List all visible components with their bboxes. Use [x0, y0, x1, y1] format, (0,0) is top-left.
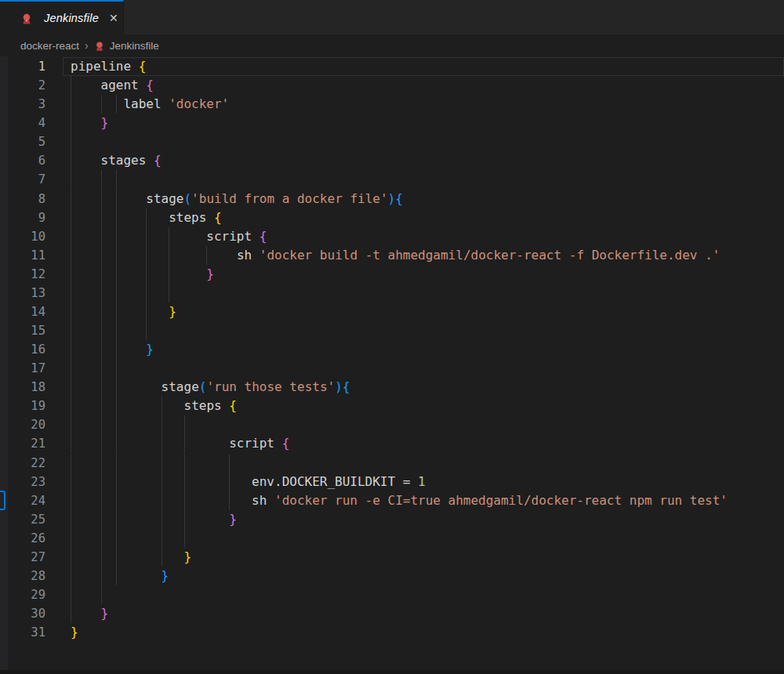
indent-guide: [71, 227, 71, 246]
line-number[interactable]: 8: [0, 190, 45, 208]
line-number[interactable]: 19: [0, 397, 45, 415]
token-b1: }: [184, 549, 192, 564]
code-line[interactable]: 2agent {: [0, 76, 784, 95]
indent-guide: [71, 585, 71, 604]
indent-guide: [71, 434, 71, 453]
line-number[interactable]: 23: [0, 473, 45, 491]
code-line[interactable]: 18stage('run those tests'){: [0, 378, 784, 397]
code-text: pipeline {: [71, 57, 146, 76]
code-line[interactable]: 17: [0, 359, 784, 378]
code-line[interactable]: 14}: [0, 303, 784, 321]
code-line[interactable]: 10script {: [0, 227, 784, 246]
line-number[interactable]: 18: [0, 378, 45, 397]
line-number[interactable]: 14: [0, 303, 45, 321]
indent-guide: [71, 114, 71, 132]
line-number[interactable]: 27: [0, 548, 45, 567]
indent-guide: [71, 303, 71, 321]
code-line[interactable]: 20: [0, 415, 784, 434]
code-line[interactable]: 29: [0, 585, 784, 604]
line-number[interactable]: 12: [0, 265, 45, 284]
code-line[interactable]: 3label 'docker': [0, 95, 784, 114]
code-line[interactable]: 8stage('build from a docker file'){: [0, 190, 784, 208]
code-line[interactable]: 19steps {: [0, 397, 784, 415]
token-b1: {: [214, 210, 222, 225]
line-number[interactable]: 1: [0, 57, 45, 76]
line-number[interactable]: 6: [0, 151, 45, 170]
close-icon[interactable]: ✕: [107, 11, 121, 25]
code-line[interactable]: 21script {: [0, 434, 784, 453]
line-number[interactable]: 13: [0, 284, 45, 303]
line-number[interactable]: 4: [0, 114, 45, 132]
code-line[interactable]: 30}: [0, 604, 784, 623]
indent-guide: [71, 151, 71, 170]
line-number[interactable]: 11: [0, 246, 45, 265]
tab-jenkinsfile[interactable]: Jenkinsfile ✕: [0, 0, 124, 34]
indent-guide: [146, 321, 147, 340]
indent-guide: [162, 548, 162, 567]
code-text: }: [101, 604, 109, 623]
indent-guide: [162, 473, 162, 491]
line-number[interactable]: 28: [0, 567, 45, 585]
indent-guide: [184, 434, 185, 453]
code-line[interactable]: 1pipeline {: [0, 57, 784, 76]
line-number[interactable]: 9: [0, 208, 45, 227]
indent-guide: [116, 378, 117, 397]
line-number[interactable]: 17: [0, 359, 45, 378]
code-line[interactable]: 6stages {: [0, 151, 784, 170]
indent-guide: [116, 170, 117, 189]
code-line[interactable]: 22: [0, 454, 784, 473]
indent-guide: [184, 529, 185, 548]
breadcrumb-item-file[interactable]: Jenkinsfile: [110, 40, 159, 52]
token-fg: steps: [169, 210, 214, 225]
code-line[interactable]: 5: [0, 132, 784, 151]
line-number[interactable]: 31: [0, 623, 45, 642]
line-number[interactable]: 22: [0, 454, 45, 473]
line-number[interactable]: 24: [0, 491, 45, 510]
token-fg: steps: [184, 398, 230, 413]
code-line[interactable]: 9steps {: [0, 208, 784, 227]
indent-guide: [71, 95, 71, 114]
code-line[interactable]: 7: [0, 170, 784, 189]
code-line[interactable]: 28}: [0, 567, 784, 585]
token-b2: {: [154, 153, 162, 168]
indent-guide: [169, 246, 169, 265]
indent-guide: [71, 132, 71, 151]
code-line[interactable]: 23env.DOCKER_BUILDKIT = 1: [0, 473, 784, 491]
line-number[interactable]: 2: [0, 76, 45, 95]
token-fg: pipeline: [71, 59, 139, 74]
indent-guide: [116, 548, 117, 567]
jenkins-icon: [20, 13, 33, 25]
line-number[interactable]: 5: [0, 132, 45, 151]
code-line[interactable]: 27}: [0, 548, 784, 567]
token-b3: {: [395, 191, 403, 206]
code-line[interactable]: 4}: [0, 114, 784, 132]
line-number[interactable]: 29: [0, 585, 45, 604]
indent-guide: [101, 397, 102, 415]
indent-guide: [101, 585, 102, 604]
code-line[interactable]: 15: [0, 321, 784, 340]
line-number[interactable]: 16: [0, 340, 45, 359]
code-line[interactable]: 26: [0, 529, 784, 548]
code-line[interactable]: 25}: [0, 510, 784, 529]
line-number[interactable]: 15: [0, 321, 45, 340]
code-editor[interactable]: 1pipeline {2agent {3label 'docker'4}56st…: [0, 56, 784, 674]
code-line[interactable]: 24sh 'docker run -e CI=true ahmedgamil/d…: [0, 491, 784, 510]
line-number[interactable]: 7: [0, 170, 45, 189]
indent-guide: [162, 491, 162, 510]
breadcrumb-item-folder[interactable]: docker-react: [20, 40, 79, 52]
line-number[interactable]: 10: [0, 227, 45, 246]
code-line[interactable]: 13: [0, 284, 784, 303]
code-line[interactable]: 12}: [0, 265, 784, 284]
indent-guide: [206, 246, 207, 265]
code-line[interactable]: 16}: [0, 340, 784, 359]
line-number[interactable]: 20: [0, 415, 45, 434]
line-number[interactable]: 21: [0, 434, 45, 453]
code-line[interactable]: 31}: [0, 623, 784, 642]
line-number[interactable]: 26: [0, 529, 45, 548]
vscode-editor-window: Jenkinsfile ✕ docker-react › Jenkinsfile…: [0, 0, 784, 674]
code-line[interactable]: 11sh 'docker build -t ahmedgamil/docker-…: [0, 246, 784, 265]
line-number[interactable]: 30: [0, 604, 45, 623]
line-number[interactable]: 25: [0, 510, 45, 529]
tab-bar-empty-space: [124, 0, 784, 34]
line-number[interactable]: 3: [0, 95, 45, 114]
